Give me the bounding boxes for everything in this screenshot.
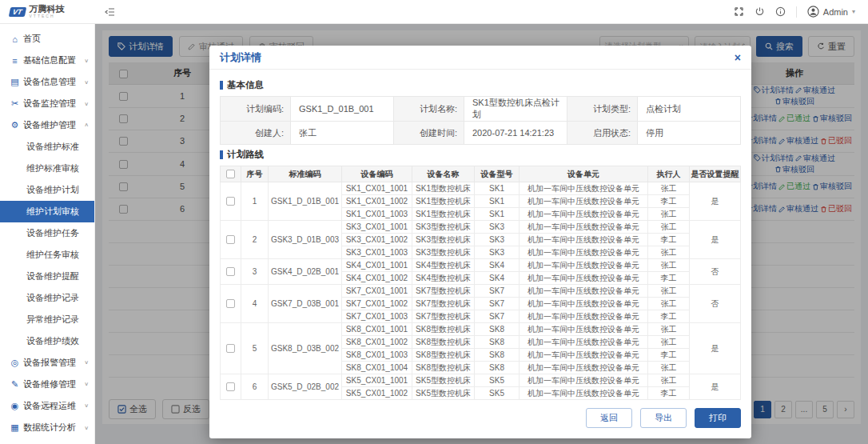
route-cell-device-model: SK1 — [475, 195, 520, 208]
sidebar-subitem-maintenance-task[interactable]: 设备维护任务 — [0, 222, 94, 244]
route-group-checkbox[interactable] — [226, 344, 235, 353]
basic-info-table: 计划编码: GSK1_D_01B_001 计划名称: SK1型数控机床点检计划 … — [220, 96, 741, 145]
route-cell-device-model: SK4 — [475, 272, 520, 285]
route-cell-device-code: SK8_CX01_1002 — [342, 336, 412, 349]
sidebar-subitem-maintenance-performance[interactable]: 设备维护绩效 — [0, 330, 94, 352]
sidebar-collapse-icon[interactable] — [105, 7, 115, 17]
sidebar-item-device-info-mgmt[interactable]: ▤设备信息管理∨ — [0, 71, 94, 93]
plan-name-value: SK1型数控机床点检计划 — [464, 97, 567, 122]
route-cell-device-code: SK8_CX01_1001 — [342, 323, 412, 336]
route-column-header-7: 是否设置提醒 — [690, 166, 741, 182]
route-row: 4GSK7_D_03B_001SK7_CX01_1001SK7型数控机床SK7机… — [221, 285, 741, 298]
route-cell-executor: 张工 — [648, 336, 690, 349]
route-group-reminder: 是 — [690, 323, 741, 374]
route-row: 3GSK4_D_02B_001SK4_CX01_1001SK4型数控机床SK4机… — [221, 259, 741, 272]
sidebar-item-device-monitor-mgmt[interactable]: ✂设备监控管理∨ — [0, 93, 94, 114]
sidebar-subitem-maintenance-record[interactable]: 设备维护记录 — [0, 287, 94, 309]
sidebar-item-device-alarm-mgmt[interactable]: ◎设备报警管理∨ — [0, 352, 94, 374]
section-basic-info: 基本信息 — [220, 79, 741, 91]
top-header: VT 万腾科技 VTTECH Admin ▾ — [0, 0, 868, 24]
route-cell-device-name: SK8型数控机床 — [412, 323, 475, 336]
route-cell-device-name: SK4型数控机床 — [412, 259, 475, 272]
plan-detail-modal: 计划详情 × 基本信息 计划编码: GSK1_D_01B_001 计划名称: S… — [209, 46, 751, 438]
sidebar-subitem-task-audit[interactable]: 维护任务审核 — [0, 244, 94, 266]
route-group-checkbox[interactable] — [226, 235, 235, 244]
sidebar-item-device-maintenance-mgmt[interactable]: ⚙设备维护管理∧ — [0, 114, 94, 136]
route-group-std-code: GSK8_D_03B_002 — [269, 323, 342, 374]
route-cell-device-code: SK3_CX01_1003 — [342, 246, 412, 259]
route-group-no: 4 — [241, 285, 269, 323]
device-maintain-icon: ⚙ — [9, 120, 21, 130]
sidebar-subitem-standard-audit[interactable]: 维护标准审核 — [0, 158, 94, 179]
sidebar-item-label: 数据统计分析 — [23, 422, 76, 434]
sidebar-item-label: 设备信息管理 — [23, 76, 76, 88]
route-group-checkbox[interactable] — [226, 299, 235, 308]
close-icon[interactable]: × — [735, 52, 741, 63]
route-cell-device-unit: 机加一车间中压线数控设备单元 — [520, 234, 648, 246]
route-cell-executor: 张工 — [648, 362, 690, 374]
power-icon[interactable] — [755, 6, 765, 17]
sidebar-subitem-maintenance-standard[interactable]: 设备维护标准 — [0, 136, 94, 158]
route-group-std-code: GSK5_D_02B_002 — [269, 374, 342, 400]
user-menu[interactable]: Admin ▾ — [807, 6, 855, 18]
section-plan-route: 计划路线 — [220, 149, 741, 161]
route-column-header-1: 标准编码 — [269, 166, 342, 182]
route-group-no: 6 — [241, 374, 269, 400]
route-cell-device-name: SK5型数控机床 — [412, 374, 475, 387]
sidebar-item-basic-info-config[interactable]: ≡基础信息配置∨ — [0, 50, 94, 71]
create-time-value: 2020-07-21 14:21:23 — [464, 122, 567, 145]
fullscreen-icon[interactable] — [734, 6, 744, 17]
plan-route-table: 序号标准编码设备编码设备名称设备型号设备单元执行人是否设置提醒1GSK1_D_0… — [220, 166, 741, 400]
device-monitor-icon: ✂ — [9, 98, 21, 109]
sidebar-subitem-abnormal-record[interactable]: 异常维护记录 — [0, 309, 94, 330]
route-cell-device-code: SK4_CX01_1002 — [342, 272, 412, 285]
plan-type-value: 点检计划 — [638, 97, 741, 122]
route-cell-executor: 张工 — [648, 285, 690, 298]
route-group-std-code: GSK1_D_01B_001 — [269, 182, 342, 221]
route-cell-device-model: SK3 — [475, 221, 520, 234]
route-row: 2GSK3_D_01B_003SK3_CX01_1001SK3型数控机床SK3机… — [221, 221, 741, 234]
sidebar-subitem-maintenance-plan[interactable]: 设备维护计划 — [0, 179, 94, 201]
info-icon[interactable] — [775, 6, 786, 17]
section-bar-icon — [220, 81, 223, 90]
route-cell-executor: 张工 — [648, 323, 690, 336]
sidebar-subitem-maintenance-reminder[interactable]: 设备维护提醒 — [0, 266, 94, 287]
device-alarm-icon: ◎ — [9, 358, 21, 368]
sidebar-item-device-remote-ops[interactable]: ◉设备远程运维∨ — [0, 395, 94, 417]
route-cell-executor: 李工 — [648, 272, 690, 285]
device-info-icon: ▤ — [9, 77, 21, 87]
chevron-down-icon: ∨ — [84, 360, 89, 366]
route-cell-device-name: SK3型数控机床 — [412, 221, 475, 234]
sidebar-item-data-statistics[interactable]: ▦数据统计分析∨ — [0, 417, 94, 438]
route-cell-executor: 李工 — [648, 310, 690, 323]
sidebar-item-home[interactable]: ⌂首页 — [0, 28, 94, 50]
route-group-checkbox-cell — [221, 323, 241, 374]
route-group-checkbox[interactable] — [226, 382, 235, 391]
return-button[interactable]: 返回 — [586, 408, 632, 428]
export-button[interactable]: 导出 — [640, 408, 687, 428]
creator-label: 创建人: — [221, 122, 291, 145]
sidebar-item-label: 设备远程运维 — [23, 400, 76, 412]
print-button[interactable]: 打印 — [695, 408, 741, 428]
route-cell-device-code: SK7_CX01_1003 — [342, 310, 412, 323]
route-cell-device-code: SK5_CX01_1001 — [342, 374, 412, 387]
sidebar-subitem-plan-audit[interactable]: 维护计划审核 — [0, 201, 94, 222]
route-group-checkbox[interactable] — [226, 197, 235, 206]
route-cell-device-code: SK7_CX01_1002 — [342, 298, 412, 310]
route-group-checkbox-cell — [221, 374, 241, 400]
route-column-header-5: 设备单元 — [520, 166, 648, 182]
route-cell-device-name: SK8型数控机床 — [412, 362, 475, 374]
route-group-checkbox[interactable] — [226, 267, 235, 276]
logo-brand-text: 万腾科技 — [30, 5, 65, 14]
route-header-checkbox[interactable] — [226, 170, 235, 178]
route-group-reminder: 是 — [690, 182, 741, 221]
route-cell-device-unit: 机加一车间中压线数控设备单元 — [520, 349, 648, 362]
sidebar-item-device-repair-mgmt[interactable]: ✎设备维修管理∨ — [0, 374, 94, 395]
route-cell-executor: 张工 — [648, 182, 690, 195]
route-cell-device-model: SK8 — [475, 323, 520, 336]
route-cell-device-code: SK3_CX01_1001 — [342, 221, 412, 234]
route-cell-device-model: SK4 — [475, 259, 520, 272]
route-cell-device-model: SK8 — [475, 362, 520, 374]
route-cell-device-code: SK8_CX01_1004 — [342, 362, 412, 374]
route-cell-device-name: SK1型数控机床 — [412, 195, 475, 208]
